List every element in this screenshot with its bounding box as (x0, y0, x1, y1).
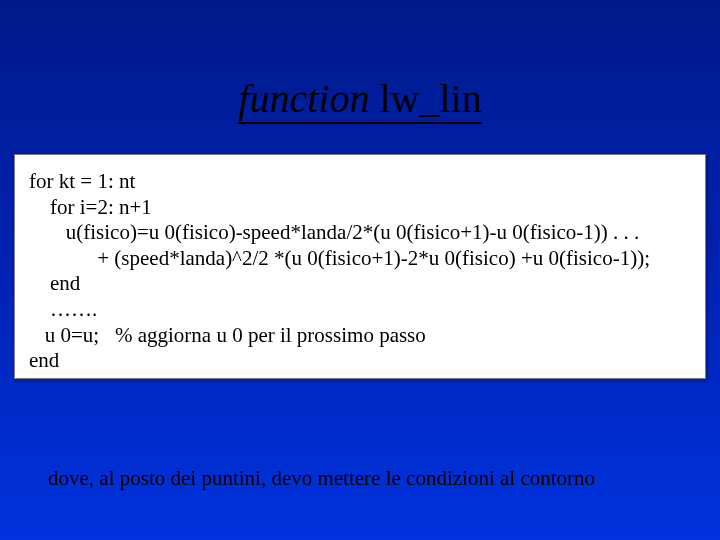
title-function-name: lw_lin (369, 76, 481, 121)
code-box: for kt = 1: nt for i=2: n+1 u(fisico)=u … (14, 154, 706, 379)
footer-note: dove, al posto dei puntini, devo mettere… (48, 466, 698, 491)
code-line: ……. (29, 297, 693, 323)
code-line: for i=2: n+1 (29, 195, 693, 221)
code-line: end (29, 348, 693, 374)
code-line: end (29, 271, 693, 297)
code-line: for kt = 1: nt (29, 169, 693, 195)
code-line: u(fisico)=u 0(fisico)-speed*landa/2*(u 0… (29, 220, 693, 246)
page-title: function lw_lin (238, 78, 481, 124)
title-word-function: function (238, 76, 369, 121)
code-line: + (speed*landa)^2/2 *(u 0(fisico+1)-2*u … (29, 246, 693, 272)
code-line: u 0=u; % aggiorna u 0 per il prossimo pa… (29, 323, 693, 349)
